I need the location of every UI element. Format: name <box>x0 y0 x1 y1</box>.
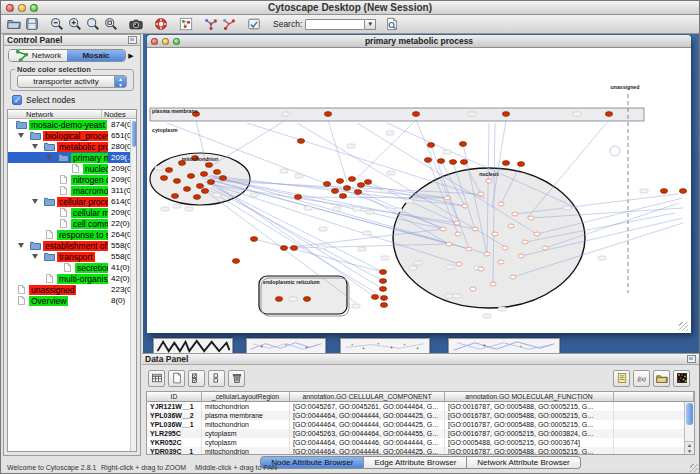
network-node[interactable] <box>324 112 331 117</box>
network-node-outline[interactable] <box>455 232 461 236</box>
table-row-ykr052c[interactable]: YKR052Ccytoplasm[GO:0044464, GO:0044446,… <box>147 438 694 447</box>
window-resize-grip[interactable] <box>679 322 688 331</box>
network-node[interactable] <box>348 177 355 182</box>
table-cell[interactable]: [GO:0016787, GO:0005488, GO:0005215, G..… <box>445 447 614 455</box>
new-attribute-icon[interactable] <box>168 370 185 387</box>
tree-scrollbar[interactable] <box>130 120 136 451</box>
table-cell[interactable]: mitochondrion <box>202 420 290 429</box>
expander-icon[interactable] <box>32 144 38 149</box>
tree-row-establishment-of-lo[interactable]: establishment of lo558(0) <box>8 240 136 251</box>
minimized-network-window[interactable] <box>153 338 233 353</box>
table-row-ypl036w__1[interactable]: YPL036W__1mitochondrion[GO:0044464, GO:0… <box>147 420 694 429</box>
search-input[interactable] <box>305 19 365 30</box>
region-plasma-membrane[interactable] <box>150 108 644 121</box>
select-edges-network-icon[interactable] <box>221 17 236 32</box>
network-node[interactable] <box>354 190 361 195</box>
table-cell[interactable]: YJR121W__1 <box>147 402 202 411</box>
float-panel-icon[interactable] <box>128 36 137 44</box>
network-node[interactable] <box>196 184 203 189</box>
network-node[interactable] <box>379 287 386 292</box>
save-icon[interactable] <box>24 17 39 32</box>
table-cell[interactable]: [GO:0016787, GO:0005488, GO:0005215, G..… <box>445 411 614 420</box>
unselect-attributes-icon[interactable] <box>208 370 225 387</box>
network-node-outline[interactable] <box>518 254 524 258</box>
app-resize-grip[interactable] <box>690 464 698 472</box>
tree-row-nucleobase-[interactable]: nucleobase-209(0) <box>8 163 136 174</box>
tree-row-biological-process[interactable]: biological_process651(0) <box>8 130 136 141</box>
network-node-outline[interactable] <box>508 224 514 228</box>
table-cell[interactable]: [GO:0016787, GO:0005215, GO:0003824, G..… <box>445 429 614 438</box>
snapshot-icon[interactable] <box>128 17 143 32</box>
table-cell[interactable]: mitochondrion <box>202 402 290 411</box>
expander-icon[interactable] <box>46 155 52 160</box>
network-node[interactable] <box>660 189 667 194</box>
table-row-ydr039c__1[interactable]: YDR039C__1mitochondrion[GO:0044464, GO:0… <box>147 447 694 455</box>
network-node[interactable] <box>371 295 378 300</box>
network-node-outline[interactable] <box>478 192 484 196</box>
tree-row-unassigned[interactable]: unassigned223(0) <box>8 284 136 295</box>
network-node[interactable] <box>160 176 167 181</box>
network-node-outline[interactable] <box>456 262 462 266</box>
tree-row-primary-metabo[interactable]: primary metabo209(... <box>8 152 136 163</box>
table-row-yjr121w__1[interactable]: YJR121W__1mitochondrion[GO:0045267, GO:0… <box>147 402 694 411</box>
network-node[interactable] <box>379 279 386 284</box>
table-cell[interactable]: [GO:0044464, GO:0044444, GO:0044425, G..… <box>290 411 445 420</box>
delete-attribute-icon[interactable] <box>228 370 245 387</box>
expander-icon[interactable] <box>18 133 24 138</box>
table-cell[interactable]: mitochondrion <box>202 447 290 455</box>
search-doc-icon[interactable] <box>384 17 399 32</box>
network-node[interactable] <box>331 189 338 194</box>
network-node-outline[interactable] <box>534 232 540 236</box>
network-node[interactable] <box>380 296 387 301</box>
notes-icon[interactable] <box>613 370 630 387</box>
table-cell[interactable]: YDR039C__1 <box>147 447 202 455</box>
network-node[interactable] <box>207 180 214 185</box>
float-panel-icon[interactable] <box>687 355 696 363</box>
network-node[interactable] <box>201 189 208 194</box>
table-cell[interactable]: [GO:0044464, GO:0044444, GO:0044425, G..… <box>290 447 445 455</box>
minimized-network-window[interactable] <box>340 338 430 353</box>
network-node[interactable] <box>357 183 364 188</box>
network-node-outline[interactable] <box>490 282 496 286</box>
tab-network[interactable]: Network <box>9 50 67 61</box>
network-node[interactable] <box>297 139 304 144</box>
tree-row-cellular-process[interactable]: cellular process614(0) <box>8 196 136 207</box>
network-node[interactable] <box>219 176 226 181</box>
network-node[interactable] <box>449 160 456 165</box>
network-node[interactable] <box>339 194 346 199</box>
network-node[interactable] <box>250 237 257 242</box>
network-node[interactable] <box>173 179 180 184</box>
expander-icon[interactable] <box>18 243 24 248</box>
node-color-dropdown[interactable]: transporter activity ▲▼ <box>17 75 127 88</box>
network-node-outline[interactable] <box>502 246 508 250</box>
network-canvas[interactable]: plasma membranecytoplasmmitochondrionnuc… <box>147 48 689 332</box>
tree-column-network[interactable]: Network <box>8 110 102 118</box>
network-node[interactable] <box>290 246 297 251</box>
network-node[interactable] <box>183 187 190 192</box>
table-cell[interactable]: [GO:0016787, GO:0005488, GO:0005215, G..… <box>445 402 614 411</box>
table-cell[interactable]: [GO:0044464, GO:0044446, GO:0044444, G..… <box>290 438 445 447</box>
tree-row-metabolic-process[interactable]: metabolic process280(0) <box>8 141 136 152</box>
network-node-outline[interactable] <box>528 216 534 220</box>
zoom-out-icon[interactable] <box>49 17 64 32</box>
network-node[interactable] <box>379 270 386 275</box>
tree-row-nitrogen-compo[interactable]: nitrogen compo209(0) <box>8 174 136 185</box>
select-attributes-icon[interactable] <box>188 370 205 387</box>
network-node-outline[interactable] <box>522 240 528 244</box>
table-cell[interactable]: cytoplasm <box>202 438 290 447</box>
tree-column-nodes[interactable]: Nodes <box>102 110 136 118</box>
network-node[interactable] <box>424 158 431 163</box>
network-node-outline[interactable] <box>462 204 468 208</box>
column-header-region[interactable]: _cellularLayoutRegion <box>202 392 290 402</box>
network-node[interactable] <box>193 195 200 200</box>
minimized-network-window[interactable] <box>448 338 560 353</box>
network-node-outline[interactable] <box>498 202 504 206</box>
tree-row-cell-communicat[interactable]: cell communicat22(0) <box>8 218 136 229</box>
zoom-in-icon[interactable] <box>67 17 82 32</box>
network-node[interactable] <box>380 303 387 308</box>
network-node[interactable] <box>171 194 178 199</box>
tree-row-secretion[interactable]: secretion41(0) <box>8 262 136 273</box>
tree-row-overview[interactable]: Overview8(0) <box>8 295 136 306</box>
zoom-fit-icon[interactable] <box>103 17 118 32</box>
table-cell[interactable]: [GO:0045267, GO:0045261, GO:0044464, G..… <box>290 402 445 411</box>
